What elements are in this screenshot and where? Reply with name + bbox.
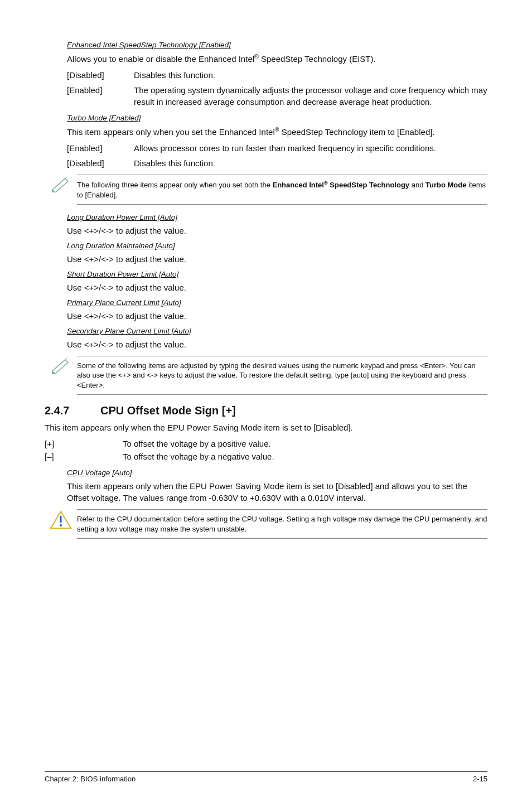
eist-enabled-row: [Enabled] The operating system dynamical… <box>67 84 487 108</box>
turbo-intro-pre: This item appears only when you set the … <box>67 127 275 137</box>
long-duration-power-text: Use <+>/<-> to adjust the value. <box>67 225 487 236</box>
turbo-section: Turbo Mode [Enabled] This item appears o… <box>67 113 487 169</box>
option-val: To offset the voltage by a negative valu… <box>123 451 274 462</box>
footer-chapter: Chapter 2: BIOS information <box>45 774 136 784</box>
section-247-intro: This item appears only when the EPU Powe… <box>45 422 487 433</box>
page-footer: Chapter 2: BIOS information 2-15 <box>45 771 487 784</box>
warning-icon <box>45 509 77 529</box>
short-duration-power-heading: Short Duration Power Limit [Auto] <box>67 269 487 280</box>
eist-intro-pre: Allows you to enable or disable the Enha… <box>67 54 254 64</box>
note1-bold2: Turbo Mode <box>425 181 466 189</box>
option-val: Allows processor cores to run faster tha… <box>134 142 487 154</box>
note-block-2: Some of the following items are adjusted… <box>45 356 487 395</box>
secondary-plane-text: Use <+>/<-> to adjust the value. <box>67 339 487 350</box>
option-val: Disables this function. <box>134 157 487 169</box>
primary-plane-text: Use <+>/<-> to adjust the value. <box>67 310 487 322</box>
svg-line-1 <box>54 358 67 369</box>
section-title: CPU Offset Mode Sign [+] <box>100 403 236 418</box>
cpu-voltage-heading: CPU Voltage [Auto] <box>67 468 487 479</box>
long-duration-power-heading: Long Duration Power Limit [Auto] <box>67 212 487 223</box>
note-block-1: The following three items appear only wh… <box>45 175 487 205</box>
option-val: Disables this function. <box>134 69 487 81</box>
turbo-intro-post: SpeedStep Technology item to [Enabled]. <box>279 127 434 137</box>
short-duration-power-text: Use <+>/<-> to adjust the value. <box>67 282 487 293</box>
note1-bold1: Enhanced Intel <box>273 181 324 189</box>
limits-section: Long Duration Power Limit [Auto] Use <+>… <box>67 212 487 350</box>
footer-page-number: 2-15 <box>473 774 487 784</box>
reg-symbol: ® <box>324 180 328 186</box>
svg-point-4 <box>60 524 62 526</box>
note-text: Some of the following items are adjusted… <box>77 356 487 395</box>
pencil-icon <box>45 175 77 192</box>
long-duration-maintained-text: Use <+>/<-> to adjust the value. <box>67 253 487 265</box>
turbo-disabled-row: [Disabled] Disables this function. <box>67 157 487 169</box>
offset-minus-row: [–] To offset the voltage by a negative … <box>45 451 487 462</box>
secondary-plane-heading: Secondary Plane Current Limit [Auto] <box>67 326 487 337</box>
option-key: [Enabled] <box>67 142 134 154</box>
note1-pre: The following three items appear only wh… <box>77 181 273 189</box>
long-duration-maintained-heading: Long Duration Maintained [Auto] <box>67 241 487 252</box>
option-key: [Disabled] <box>67 69 134 81</box>
eist-section: Enhanced Intel SpeedStep Technology [Ena… <box>67 40 487 108</box>
note-text: The following three items appear only wh… <box>77 175 487 205</box>
turbo-heading: Turbo Mode [Enabled] <box>67 113 487 124</box>
option-key: [Enabled] <box>67 84 134 108</box>
turbo-intro: This item appears only when you set the … <box>67 125 487 138</box>
primary-plane-heading: Primary Plane Current Limit [Auto] <box>67 298 487 308</box>
section-number: 2.4.7 <box>45 403 100 418</box>
option-key: [–] <box>45 451 123 462</box>
offset-plus-row: [+] To offset the voltage by a positive … <box>45 438 487 450</box>
option-key: [+] <box>45 438 123 450</box>
caution-block: Refer to the CPU documentation before se… <box>45 509 487 539</box>
eist-intro-post: SpeedStep Technology (EIST). <box>259 54 376 64</box>
reg-symbol: ® <box>254 53 259 60</box>
note1-and: and <box>409 181 425 189</box>
caution-text: Refer to the CPU documentation before se… <box>77 509 487 539</box>
option-val: The operating system dynamically adjusts… <box>134 84 487 108</box>
svg-line-0 <box>54 177 67 188</box>
cpu-voltage-section: CPU Voltage [Auto] This item appears onl… <box>67 468 487 504</box>
section-247-heading: 2.4.7 CPU Offset Mode Sign [+] <box>45 403 487 418</box>
eist-intro: Allows you to enable or disable the Enha… <box>67 52 487 65</box>
cpu-voltage-text: This item appears only when the EPU Powe… <box>67 480 487 504</box>
turbo-enabled-row: [Enabled] Allows processor cores to run … <box>67 142 487 154</box>
option-key: [Disabled] <box>67 157 134 169</box>
eist-heading: Enhanced Intel SpeedStep Technology [Ena… <box>67 40 487 51</box>
option-val: To offset the voltage by a positive valu… <box>123 438 271 450</box>
pencil-icon <box>45 356 77 374</box>
eist-disabled-row: [Disabled] Disables this function. <box>67 69 487 81</box>
note1-mid: SpeedStep Technology <box>328 181 409 189</box>
